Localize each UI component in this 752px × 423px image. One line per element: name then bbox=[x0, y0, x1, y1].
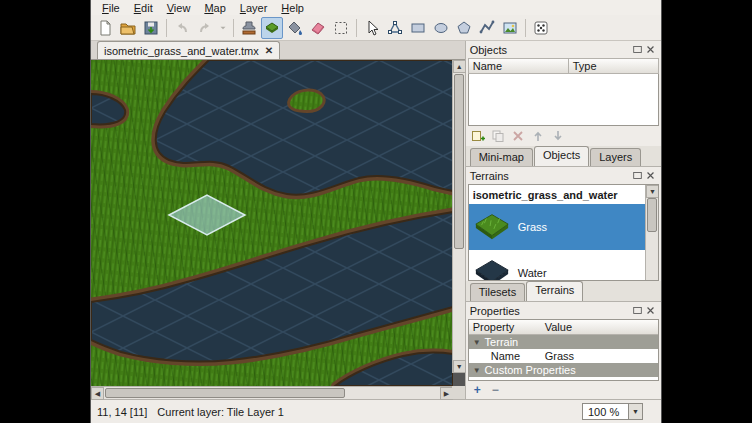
property-group-custom[interactable]: ▼ Custom Properties bbox=[469, 363, 658, 377]
tab-layers[interactable]: Layers bbox=[590, 148, 641, 166]
property-group-terrain[interactable]: ▼ Terrain bbox=[469, 335, 658, 349]
property-value[interactable]: Grass bbox=[541, 350, 658, 362]
add-object-icon bbox=[471, 129, 485, 143]
open-map-button[interactable] bbox=[117, 17, 139, 39]
add-property-button[interactable]: + bbox=[470, 383, 485, 398]
open-map-icon bbox=[120, 20, 136, 36]
vertical-scroll-thumb[interactable] bbox=[454, 74, 464, 249]
chevron-down-icon bbox=[218, 20, 228, 36]
close-panel-button[interactable] bbox=[644, 169, 657, 182]
terrains-scrollbar[interactable]: ▲ ▼ bbox=[645, 185, 658, 280]
column-header-type[interactable]: Type bbox=[568, 58, 659, 74]
tile-coordinates: 11, 14 [11] bbox=[97, 406, 147, 418]
current-layer-label: Current layer: Tile Layer 1 bbox=[157, 406, 284, 418]
new-map-button[interactable] bbox=[94, 17, 116, 39]
group-label: Terrain bbox=[485, 336, 519, 348]
objects-column-headers: Name Type bbox=[466, 58, 661, 74]
panel-title-label: Objects bbox=[470, 44, 631, 56]
document-tab[interactable]: isometric_grass_and_water.tmx ✕ bbox=[97, 41, 280, 59]
select-objects-button[interactable] bbox=[361, 17, 383, 39]
column-header-value[interactable]: Value bbox=[541, 320, 658, 335]
terrains-panel-title: Terrains bbox=[466, 167, 661, 184]
redo-history-button[interactable] bbox=[217, 17, 229, 39]
stamp-brush-button[interactable] bbox=[238, 17, 260, 39]
map-canvas[interactable] bbox=[91, 60, 453, 386]
objects-toolbar bbox=[466, 126, 661, 146]
document-area: isometric_grass_and_water.tmx ✕ bbox=[91, 41, 465, 399]
eraser-button[interactable] bbox=[307, 17, 329, 39]
zoom-combo[interactable]: 100 % ▼ bbox=[582, 403, 643, 420]
edit-polygons-button[interactable] bbox=[384, 17, 406, 39]
add-object-button[interactable] bbox=[469, 127, 487, 145]
close-panel-button[interactable] bbox=[644, 43, 657, 56]
menu-help[interactable]: Help bbox=[274, 1, 311, 15]
scroll-left-icon[interactable]: ◀ bbox=[91, 387, 104, 400]
menu-file[interactable]: File bbox=[95, 1, 127, 15]
tileset-name-header[interactable]: isometric_grass_and_water bbox=[469, 185, 645, 204]
tab-objects[interactable]: Objects bbox=[534, 146, 589, 166]
undo-button[interactable] bbox=[171, 17, 193, 39]
redo-button[interactable] bbox=[194, 17, 216, 39]
scroll-up-icon[interactable]: ▲ bbox=[453, 60, 466, 73]
column-header-name[interactable]: Name bbox=[468, 58, 568, 74]
terrain-brush-button[interactable] bbox=[261, 17, 283, 39]
arrow-down-icon bbox=[551, 129, 565, 143]
eraser-icon bbox=[310, 20, 326, 36]
terrain-brush-icon bbox=[264, 20, 280, 36]
bucket-fill-button[interactable] bbox=[284, 17, 306, 39]
zoom-value[interactable]: 100 % bbox=[582, 403, 628, 420]
float-panel-button[interactable] bbox=[631, 304, 644, 317]
new-map-icon bbox=[97, 20, 113, 36]
insert-rectangle-button[interactable] bbox=[407, 17, 429, 39]
terrain-item-grass[interactable]: Grass bbox=[469, 204, 645, 250]
toolbar-separator bbox=[525, 19, 526, 37]
insert-ellipse-button[interactable] bbox=[430, 17, 452, 39]
chevron-down-icon: ▼ bbox=[473, 366, 481, 375]
close-icon bbox=[645, 170, 656, 181]
scroll-down-icon[interactable]: ▼ bbox=[646, 185, 659, 198]
random-mode-button[interactable] bbox=[530, 17, 552, 39]
insert-tile-button[interactable] bbox=[499, 17, 521, 39]
remove-property-button[interactable]: − bbox=[488, 383, 503, 398]
objects-list[interactable] bbox=[468, 74, 659, 126]
menu-layer[interactable]: Layer bbox=[233, 1, 275, 15]
float-panel-button[interactable] bbox=[631, 169, 644, 182]
menu-map[interactable]: Map bbox=[197, 1, 232, 15]
menu-view[interactable]: View bbox=[160, 1, 198, 15]
status-bar: 11, 14 [11] Current layer: Tile Layer 1 … bbox=[91, 399, 661, 423]
insert-polygon-button[interactable] bbox=[453, 17, 475, 39]
close-panel-button[interactable] bbox=[644, 304, 657, 317]
horizontal-scroll-thumb[interactable] bbox=[105, 388, 345, 398]
terrains-list: isometric_grass_and_water Grass bbox=[468, 184, 659, 281]
zoom-dropdown-icon[interactable]: ▼ bbox=[628, 403, 643, 420]
column-header-property[interactable]: Property bbox=[469, 320, 541, 335]
map-canvas-area: ▲ ▼ ◀ ▶ bbox=[91, 60, 465, 399]
close-tab-icon[interactable]: ✕ bbox=[265, 46, 273, 56]
terrains-scroll-thumb[interactable] bbox=[647, 198, 657, 232]
insert-polyline-button[interactable] bbox=[476, 17, 498, 39]
group-label: Custom Properties bbox=[485, 364, 576, 376]
document-tab-label: isometric_grass_and_water.tmx bbox=[104, 45, 259, 57]
raise-objects-button[interactable] bbox=[529, 127, 547, 145]
rectangular-select-button[interactable] bbox=[330, 17, 352, 39]
terrain-item-water[interactable]: Water bbox=[469, 250, 645, 281]
lower-objects-button[interactable] bbox=[549, 127, 567, 145]
tab-mini-map[interactable]: Mini-map bbox=[470, 148, 533, 166]
canvas-vertical-scrollbar[interactable]: ▲ ▼ bbox=[452, 60, 465, 373]
random-mode-dice-icon bbox=[533, 20, 549, 36]
save-map-button[interactable] bbox=[140, 17, 162, 39]
duplicate-objects-button[interactable] bbox=[489, 127, 507, 145]
remove-objects-button[interactable] bbox=[509, 127, 527, 145]
canvas-horizontal-scrollbar[interactable]: ◀ ▶ bbox=[91, 386, 453, 399]
float-panel-button[interactable] bbox=[631, 43, 644, 56]
property-row-name[interactable]: Name Grass bbox=[469, 349, 658, 363]
right-dock: Objects Name Type Mini-map Objects Layer… bbox=[465, 41, 661, 399]
toolbar-separator bbox=[233, 19, 234, 37]
menu-edit[interactable]: Edit bbox=[127, 1, 160, 15]
tab-tilesets[interactable]: Tilesets bbox=[470, 283, 526, 301]
tab-terrains[interactable]: Terrains bbox=[526, 281, 583, 301]
arrow-up-icon bbox=[531, 129, 545, 143]
bucket-fill-icon bbox=[287, 20, 303, 36]
scroll-down-icon[interactable]: ▼ bbox=[453, 360, 466, 373]
dock-tabs-top: Mini-map Objects Layers bbox=[466, 146, 661, 167]
